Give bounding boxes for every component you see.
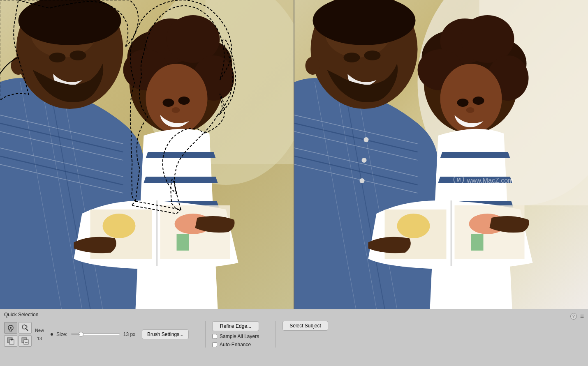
left-photo — [0, 0, 294, 309]
size-value: 13 px — [123, 331, 135, 337]
size-dot — [51, 333, 53, 336]
refine-edge-button[interactable]: Refine Edge... — [212, 321, 259, 331]
svg-rect-36 — [177, 234, 189, 251]
svg-text:M: M — [457, 177, 461, 183]
brush-number: 13 — [37, 336, 42, 341]
svg-point-68 — [457, 99, 469, 107]
svg-point-52 — [360, 178, 365, 183]
svg-rect-71 — [451, 200, 452, 266]
magic-wand-tool[interactable] — [19, 322, 32, 334]
size-slider-fill — [71, 334, 80, 335]
select-subject-button[interactable]: Select Subject — [282, 321, 328, 331]
right-image-panel: www.MacZ.com M — [294, 0, 588, 309]
canvas-area: www.MacZ.com M — [0, 0, 588, 309]
sample-all-layers-label[interactable]: Sample All Layers — [220, 334, 259, 339]
help-icon[interactable]: ? — [570, 313, 577, 320]
tool-icons-group — [4, 322, 32, 347]
auto-enhance-checkbox[interactable] — [212, 342, 217, 347]
toolbar-title: Quick Selection — [0, 309, 588, 319]
svg-point-28 — [163, 99, 174, 107]
svg-point-70 — [466, 107, 475, 113]
svg-point-17 — [11, 57, 26, 75]
svg-point-16 — [70, 51, 86, 60]
svg-point-29 — [178, 97, 190, 105]
subtract-from-selection[interactable] — [19, 335, 32, 347]
svg-point-27 — [146, 64, 208, 134]
auto-enhance-row: Auto-Enhance — [212, 342, 259, 348]
svg-point-69 — [473, 97, 484, 105]
svg-point-50 — [364, 137, 369, 142]
right-photo: www.MacZ.com M — [294, 0, 588, 309]
svg-point-57 — [306, 57, 320, 75]
auto-enhance-label[interactable]: Auto-Enhance — [220, 342, 251, 348]
svg-point-74 — [397, 214, 430, 238]
svg-rect-76 — [471, 234, 484, 251]
size-slider-track[interactable] — [71, 334, 120, 335]
divider-1 — [205, 321, 206, 348]
svg-point-80 — [10, 327, 12, 329]
divider-2 — [275, 321, 276, 348]
svg-text:www.MacZ.com: www.MacZ.com — [467, 177, 514, 184]
svg-point-56 — [364, 51, 381, 60]
left-image-panel — [0, 0, 294, 309]
svg-point-51 — [362, 158, 367, 163]
svg-point-30 — [172, 107, 180, 113]
svg-line-85 — [26, 325, 26, 326]
new-label: New — [35, 328, 44, 333]
sample-all-layers-checkbox[interactable] — [212, 334, 217, 339]
bottom-toolbar: ? ≡ Quick Selection — [0, 309, 588, 366]
brush-settings-button[interactable]: Brush Settings... — [142, 329, 189, 339]
svg-point-34 — [103, 214, 136, 238]
svg-point-55 — [344, 53, 360, 62]
add-to-selection[interactable] — [4, 335, 17, 347]
svg-point-67 — [440, 64, 502, 134]
size-label: Size: — [56, 331, 67, 337]
quick-selection-tool[interactable] — [4, 322, 17, 334]
options-icon[interactable]: ≡ — [580, 313, 584, 320]
svg-point-15 — [49, 53, 66, 62]
sample-all-layers-row: Sample All Layers — [212, 334, 259, 339]
